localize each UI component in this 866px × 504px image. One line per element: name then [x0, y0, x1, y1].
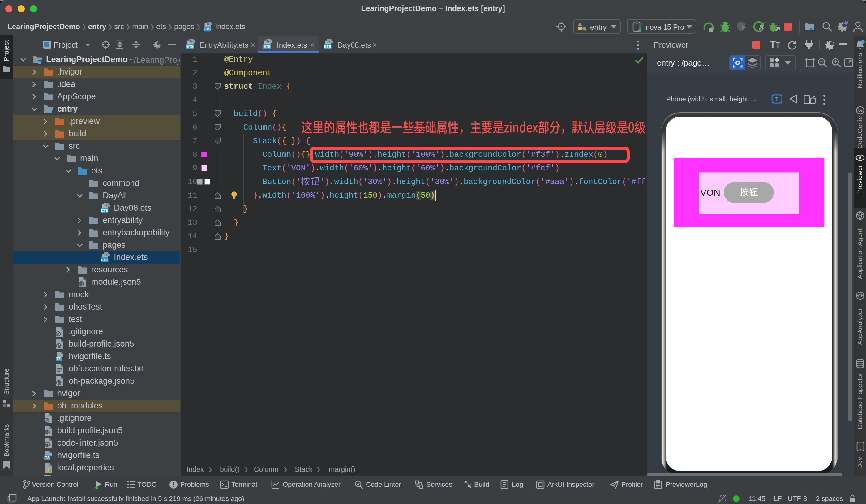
svg-text:G: G	[858, 108, 862, 113]
svg-text:T: T	[775, 97, 778, 102]
